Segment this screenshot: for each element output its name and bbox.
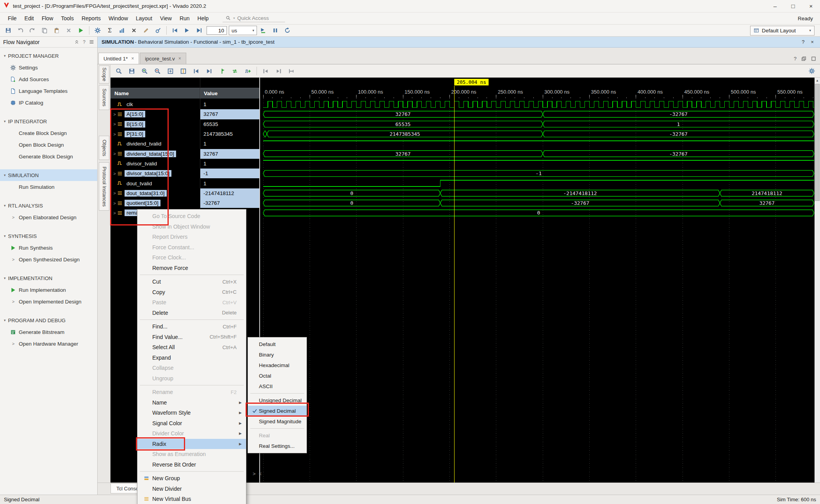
step-icon[interactable] (193, 25, 205, 35)
flow-item-language-templates[interactable]: Language Templates (0, 85, 97, 97)
side-tab-sources[interactable]: Sources (99, 85, 109, 110)
float-window-icon[interactable] (801, 56, 806, 61)
signal-value-dividend-tvalid[interactable]: 1 (200, 139, 259, 149)
menu-icon[interactable] (89, 39, 94, 44)
side-tab-scope[interactable]: Scope (99, 66, 109, 83)
radix-option-hexadecimal[interactable]: Hexadecimal (248, 360, 307, 371)
flow-section-rtl-analysis[interactable]: ▾RTL ANALYSIS (0, 200, 97, 211)
save-project-icon[interactable] (2, 25, 14, 35)
undo-icon[interactable] (14, 25, 26, 35)
settings-gear-icon[interactable] (92, 25, 103, 35)
radix-option-binary[interactable]: Binary (248, 350, 307, 360)
radix-option-real-settings[interactable]: Real Settings... (248, 441, 307, 451)
signal-value-dividend-tdata-15-0[interactable]: 32767 (200, 149, 259, 159)
signal-name-clk[interactable]: clk (111, 99, 200, 109)
flow-item-add-sources[interactable]: Add Sources (0, 73, 97, 85)
help-icon[interactable]: ? (802, 39, 804, 45)
relaunch-icon[interactable] (282, 25, 293, 35)
pause-icon[interactable] (269, 25, 281, 35)
zoom-cursor-icon[interactable] (177, 66, 189, 76)
go-last-icon[interactable] (273, 66, 285, 76)
menu-item-new-virtual-bus[interactable]: New Virtual Bus (137, 494, 246, 504)
zoom-out-icon[interactable] (152, 66, 164, 76)
menu-item-expand[interactable]: Expand (137, 353, 246, 363)
signal-value-a-15-0[interactable]: 32767 (200, 109, 259, 119)
zoom-in-icon[interactable] (139, 66, 151, 76)
menu-tools[interactable]: Tools (57, 14, 78, 23)
delete-icon[interactable] (63, 25, 75, 35)
run-all-icon[interactable] (181, 25, 193, 35)
go-first-icon[interactable] (260, 66, 272, 76)
edit-icon[interactable] (140, 25, 152, 35)
menu-item-find[interactable]: Find...Ctrl+F (137, 321, 246, 332)
signal-value-b-15-0[interactable]: 65535 (200, 119, 259, 129)
side-tab-objects[interactable]: Objects (99, 136, 109, 160)
flow-item-generate-bitstream[interactable]: Generate Bitstream (0, 326, 97, 338)
flow-section-program-and-debug[interactable]: ▾PROGRAM AND DEBUG (0, 314, 97, 326)
menu-help[interactable]: Help (194, 14, 213, 23)
help-icon[interactable]: ? (83, 39, 86, 45)
menu-flow[interactable]: Flow (38, 14, 57, 23)
flow-item-open-synthesized-design[interactable]: >Open Synthesized Design (0, 254, 97, 265)
signal-value-divisor-tvalid[interactable]: 1 (200, 159, 259, 169)
scrollbar-thumb[interactable] (815, 84, 820, 201)
quick-access[interactable]: ▾ Quick Access (223, 14, 285, 22)
flow-section-synthesis[interactable]: ▾SYNTHESIS (0, 230, 97, 242)
menu-item-select-all[interactable]: Select AllCtrl+A (137, 342, 246, 353)
layout-select[interactable]: Default Layout▾ (750, 26, 815, 35)
swap-cursors-icon[interactable] (229, 66, 241, 76)
flow-item-ip-catalog[interactable]: IP Catalog (0, 97, 97, 108)
next-transition-icon[interactable] (203, 66, 215, 76)
flow-item-open-hardware-manager[interactable]: >Open Hardware Manager (0, 338, 97, 350)
help-icon[interactable]: ? (794, 56, 797, 62)
add-marker-icon[interactable] (216, 66, 228, 76)
probe-icon[interactable] (152, 25, 164, 35)
search-icon[interactable] (113, 66, 125, 76)
signal-value-dout-tvalid[interactable]: 1 (200, 178, 259, 188)
flow-section-ip-integrator[interactable]: ▾IP INTEGRATOR (0, 115, 97, 127)
copy-icon[interactable] (39, 25, 50, 35)
maximize-panel-icon[interactable] (811, 56, 816, 61)
radix-option-octal[interactable]: Octal (248, 371, 307, 381)
flow-item-settings[interactable]: Settings (0, 62, 97, 73)
zoom-fit-icon[interactable] (164, 66, 176, 76)
signal-value-clk[interactable]: 1 (200, 99, 259, 109)
side-tab-protocol-instances[interactable]: Protocol Instances (99, 162, 109, 211)
flow-item-open-implemented-design[interactable]: >Open Implemented Design (0, 296, 97, 307)
tab-untitled-1[interactable]: Untitled 1* × (98, 53, 139, 64)
flow-item-create-block-design[interactable]: Create Block Design (0, 127, 97, 139)
flow-item-run-synthesis[interactable]: Run Synthesis (0, 242, 97, 254)
minimize-button[interactable]: – (766, 0, 784, 12)
menu-item-find-value[interactable]: Find Value...Ctrl+Shift+F (137, 332, 246, 343)
run-for-icon[interactable] (257, 25, 269, 35)
report-icon[interactable] (116, 25, 128, 35)
menu-item-new-divider[interactable]: New Divider (137, 484, 246, 494)
menu-file[interactable]: File (4, 14, 21, 23)
flow-item-open-elaborated-design[interactable]: >Open Elaborated Design (0, 211, 97, 223)
vertical-scrollbar[interactable]: ▲ (815, 78, 820, 483)
collapse-all-icon[interactable] (74, 39, 79, 44)
flow-item-generate-block-design[interactable]: Generate Block Design (0, 151, 97, 162)
signal-value-p-31-0[interactable]: 2147385345 (200, 129, 259, 139)
menu-item-name[interactable]: Name▶ (137, 398, 246, 408)
menu-edit[interactable]: Edit (21, 14, 38, 23)
save-icon[interactable] (126, 66, 138, 76)
menu-run[interactable]: Run (176, 14, 194, 23)
time-unit-select[interactable]: us▾ (229, 26, 257, 35)
splitter-arrows[interactable]: >< (253, 471, 265, 477)
paste-icon[interactable] (51, 25, 62, 35)
sim-time-input[interactable] (207, 26, 227, 35)
close-tab-icon[interactable]: × (178, 56, 181, 61)
scroll-up-icon[interactable]: ▲ (815, 78, 820, 83)
signal-value-divisor-tdata-15-0[interactable]: -1 (200, 169, 259, 178)
close-button[interactable]: × (802, 0, 820, 12)
menu-item-waveform-style[interactable]: Waveform Style▶ (137, 408, 246, 418)
prev-transition-icon[interactable] (190, 66, 202, 76)
menu-layout[interactable]: Layout (132, 14, 156, 23)
waveform-canvas[interactable]: 0.000 ns50.000 ns100.000 ns150.000 ns200… (259, 78, 815, 483)
restart-sim-icon[interactable] (169, 25, 181, 35)
signal-value-dout-tdata-31-0[interactable]: -2147418112 (200, 188, 259, 198)
menu-item-copy[interactable]: CopyCtrl+C (137, 287, 246, 298)
menu-item-remove-force[interactable]: Remove Force (137, 263, 246, 273)
menu-item-reverse-bit-order[interactable]: Reverse Bit Order (137, 460, 246, 470)
